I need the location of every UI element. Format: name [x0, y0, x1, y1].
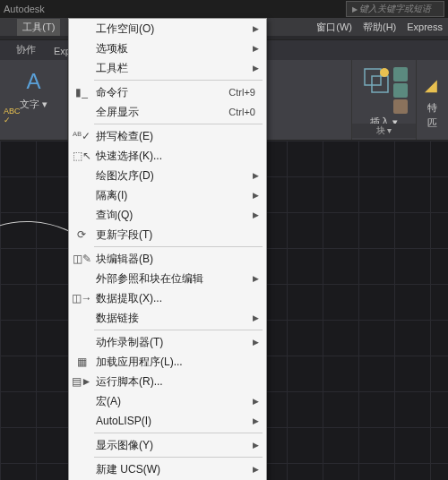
app-icon: ▦: [71, 353, 92, 371]
blank-icon: [71, 270, 92, 287]
menu-item-label: 新建 UCS(W): [92, 462, 250, 477]
svg-rect-0: [365, 69, 381, 85]
blank-icon: [71, 103, 92, 121]
keyword-search[interactable]: 键入关键字或短语: [346, 1, 444, 17]
text-icon[interactable]: A: [20, 67, 48, 96]
blank-icon: [71, 186, 92, 204]
blank-icon: [71, 59, 92, 77]
menu-item[interactable]: 工具栏▶: [69, 58, 266, 78]
menu-express[interactable]: Express: [401, 20, 448, 34]
menu-item[interactable]: ⟳更新字段(T): [69, 225, 266, 244]
menu-item-label: 全屏显示: [92, 105, 228, 120]
menu-item[interactable]: ◫→数据提取(X)...: [69, 288, 266, 308]
text-button-label: 文字 ▾: [20, 98, 47, 111]
cmd-icon: ▮_: [71, 83, 92, 101]
menu-item[interactable]: 隔离(I)▶: [69, 185, 266, 205]
abc-check-icon[interactable]: ABC✓: [4, 107, 21, 124]
menu-item-label: 数据链接: [92, 311, 250, 326]
submenu-arrow-icon: ▶: [250, 397, 259, 406]
menu-item[interactable]: 查询(Q)▶: [69, 205, 266, 225]
menu-item[interactable]: 新建 UCS(W)▶: [69, 459, 266, 479]
menu-item-label: AutoLISP(I): [92, 415, 250, 427]
edit-attr-icon[interactable]: [393, 99, 408, 114]
props-label2: 匹: [417, 116, 448, 130]
menu-item[interactable]: ◫✎块编辑器(B): [69, 249, 266, 269]
menu-item-label: 命令行: [92, 85, 228, 100]
blank-icon: [71, 436, 92, 454]
blk-icon: ◫✎: [71, 250, 92, 268]
menu-item-label: 隔离(I): [92, 188, 250, 203]
scr-icon: ▤►: [71, 373, 92, 390]
menu-item[interactable]: 数据链接▶: [69, 308, 266, 328]
blank-icon: [71, 20, 92, 38]
menu-item[interactable]: ⬚↖快速选择(K)...: [69, 146, 266, 166]
menu-item[interactable]: ▤►运行脚本(R)...: [69, 372, 266, 391]
menu-item-label: 外部参照和块在位编辑: [92, 271, 250, 287]
menu-window[interactable]: 窗口(W): [311, 19, 358, 36]
menu-item-label: 宏(A): [92, 394, 250, 409]
menu-item-label: 工具栏: [92, 61, 250, 76]
block-panel-label[interactable]: 块 ▾: [352, 124, 416, 138]
menu-item-label: 更新字段(T): [92, 227, 259, 243]
menu-item[interactable]: 动作录制器(T)▶: [69, 332, 266, 352]
menu-item[interactable]: 全屏显示Ctrl+0: [69, 102, 266, 122]
menu-item[interactable]: 工作空间(O)▶: [69, 19, 266, 39]
submenu-arrow-icon: ▶: [250, 441, 259, 450]
tools-dropdown: 工作空间(O)▶选项板▶工具栏▶▮_命令行Ctrl+9全屏显示Ctrl+0ᴬᴮ✓…: [68, 18, 267, 480]
blank-icon: [71, 392, 92, 410]
upd-icon: ⟳: [71, 226, 92, 244]
submenu-arrow-icon: ▶: [250, 416, 259, 425]
shortcut: Ctrl+9: [228, 87, 259, 98]
menu-item[interactable]: ▮_命令行Ctrl+9: [69, 82, 266, 102]
abc-icon: ᴬᴮ✓: [71, 127, 92, 145]
create-block-icon[interactable]: [393, 67, 408, 81]
insert-icon[interactable]: [361, 65, 392, 114]
blank-icon: [71, 206, 92, 224]
app-name: Autodesk: [4, 4, 342, 14]
menu-item-label: 查询(Q): [92, 208, 250, 223]
props-label1: 特: [417, 101, 448, 115]
dx-icon: ◫→: [71, 289, 92, 307]
submenu-arrow-icon: ▶: [250, 338, 259, 347]
submenu-arrow-icon: ▶: [250, 64, 259, 73]
qs-icon: ⬚↖: [71, 147, 92, 165]
menu-item[interactable]: 显示图像(Y)▶: [69, 435, 266, 455]
submenu-arrow-icon: ▶: [250, 313, 259, 322]
svg-rect-1: [372, 76, 388, 92]
svg-point-2: [380, 68, 389, 77]
menu-item[interactable]: 外部参照和块在位编辑▶: [69, 269, 266, 288]
submenu-arrow-icon: ▶: [250, 171, 259, 180]
blank-icon: [71, 333, 92, 351]
menu-item[interactable]: 选项板▶: [69, 39, 266, 58]
title-bar: Autodesk 键入关键字或短语: [0, 0, 448, 18]
submenu-arrow-icon: ▶: [250, 44, 259, 53]
menu-item-label: 选项板: [92, 41, 250, 56]
menu-item-label: 拼写检查(E): [92, 129, 259, 144]
menu-item[interactable]: 宏(A)▶: [69, 391, 266, 411]
blank-icon: [71, 309, 92, 327]
submenu-arrow-icon: ▶: [250, 24, 259, 33]
blank-icon: [71, 412, 92, 430]
menu-item-label: 运行脚本(R)...: [92, 374, 259, 390]
insert-panel: 插入 ▾ 块 ▾: [351, 60, 416, 140]
menu-item[interactable]: AutoLISP(I)▶: [69, 411, 266, 431]
edit-block-icon[interactable]: [393, 83, 408, 98]
menu-item-label: 显示图像(Y): [92, 438, 250, 453]
submenu-arrow-icon: ▶: [250, 465, 259, 474]
menu-item-label: 块编辑器(B): [92, 252, 259, 267]
menu-item-label: 数据提取(X)...: [92, 291, 259, 306]
menu-help[interactable]: 帮助(H): [358, 19, 401, 36]
menu-item[interactable]: ▦加载应用程序(L)...: [69, 352, 266, 372]
menu-tools[interactable]: 工具(T): [17, 19, 60, 36]
menu-item-label: 动作录制器(T): [92, 335, 250, 350]
tab-collab[interactable]: 协作: [7, 39, 45, 60]
text-panel: A 文字 ▾ ABC✓: [0, 60, 68, 140]
menu-item-label: 加载应用程序(L)...: [92, 355, 259, 370]
menu-item-label: 绘图次序(D): [92, 168, 250, 184]
submenu-arrow-icon: ▶: [250, 210, 259, 219]
shortcut: Ctrl+0: [228, 107, 259, 117]
menu-item[interactable]: 绘图次序(D)▶: [69, 166, 266, 185]
menu-item[interactable]: ᴬᴮ✓拼写检查(E): [69, 126, 266, 146]
submenu-arrow-icon: ▶: [250, 191, 259, 200]
match-props-icon[interactable]: ◢: [417, 71, 445, 99]
